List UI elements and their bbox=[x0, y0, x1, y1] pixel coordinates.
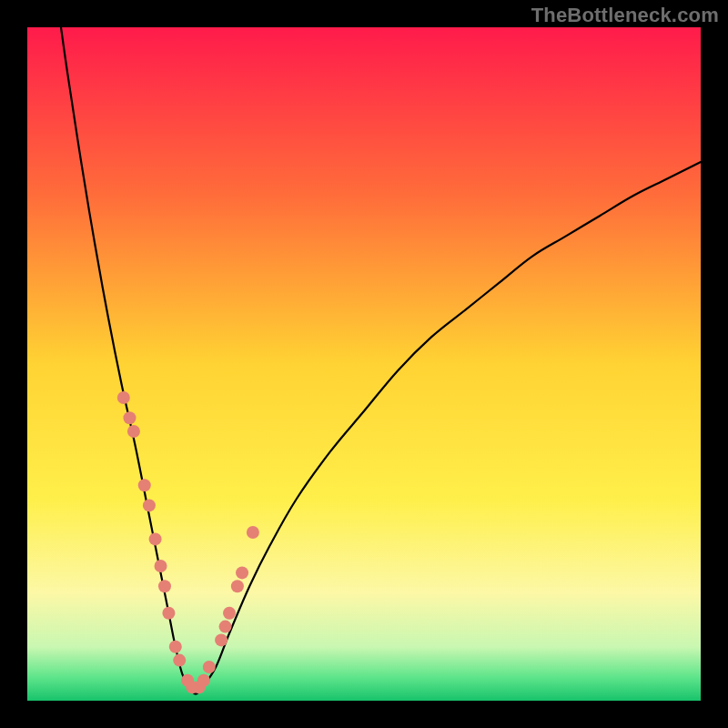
salmon-bead bbox=[143, 499, 156, 511]
salmon-bead bbox=[203, 661, 216, 673]
salmon-bead bbox=[138, 479, 151, 491]
salmon-bead bbox=[197, 674, 210, 687]
salmon-bead bbox=[149, 532, 162, 545]
bottleneck-curve bbox=[61, 27, 701, 694]
salmon-beads-group bbox=[117, 391, 259, 693]
salmon-bead bbox=[117, 391, 130, 404]
salmon-bead bbox=[247, 526, 259, 539]
salmon-bead bbox=[215, 633, 228, 646]
salmon-bead bbox=[236, 566, 248, 579]
salmon-bead bbox=[123, 411, 136, 424]
salmon-bead bbox=[169, 641, 182, 653]
salmon-bead bbox=[158, 580, 171, 592]
chart-stage: TheBottleneck.com bbox=[0, 0, 728, 728]
salmon-bead bbox=[162, 607, 175, 620]
salmon-bead bbox=[173, 654, 186, 667]
salmon-bead bbox=[127, 425, 140, 438]
salmon-bead bbox=[231, 580, 244, 592]
salmon-bead bbox=[219, 621, 232, 633]
salmon-bead bbox=[223, 607, 236, 620]
salmon-bead bbox=[155, 560, 167, 572]
watermark-text: TheBottleneck.com bbox=[531, 4, 719, 27]
chart-svg bbox=[27, 27, 701, 701]
plot-area bbox=[27, 27, 701, 701]
